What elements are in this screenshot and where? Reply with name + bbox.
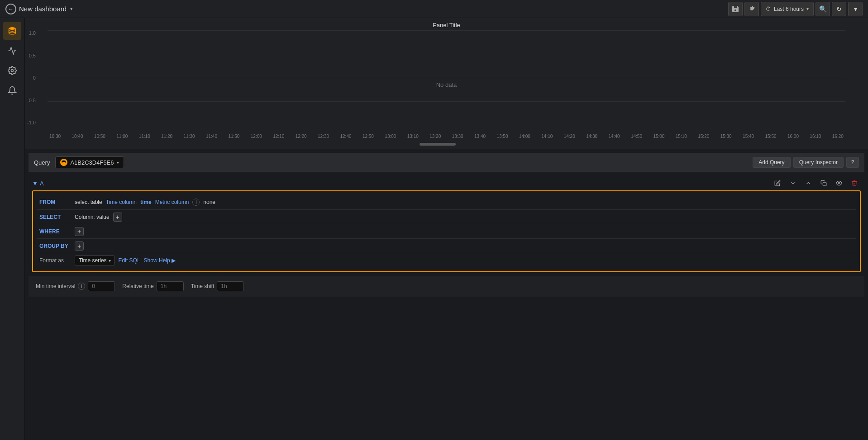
toggle-visibility-button[interactable] [833, 178, 845, 189]
format-value: Time series [79, 257, 107, 264]
grid-lines [48, 30, 845, 125]
min-time-interval-label: Min time interval [36, 283, 75, 289]
group-by-keyword: GROUP BY [39, 243, 71, 249]
time-shift-label: Time shift [191, 283, 215, 289]
select-add-button[interactable]: + [113, 213, 122, 222]
show-help-link[interactable]: Show Help ▶ [144, 257, 176, 264]
svg-point-4 [838, 182, 840, 184]
dashboard-dropdown-arrow[interactable]: ▾ [70, 6, 73, 12]
table-placeholder[interactable]: select table [75, 199, 102, 205]
min-time-interval-input[interactable] [88, 281, 115, 291]
select-keyword: SELECT [39, 214, 71, 220]
y-axis: 1.0 0.5 0 -0.5 -1.0 [27, 30, 36, 125]
query-help-button[interactable]: ? [846, 157, 859, 168]
sql-builder: FROM select table Time column time Metri… [32, 190, 861, 272]
add-query-button[interactable]: Add Query [753, 157, 790, 168]
time-range-label: Last 6 hours [774, 6, 804, 12]
format-dropdown-arrow: ▾ [109, 258, 111, 263]
time-range-picker[interactable]: ⏱ Last 6 hours ▾ [761, 2, 814, 16]
grid-line [48, 125, 845, 125]
grid-line [48, 101, 845, 102]
svg-point-1 [11, 70, 14, 72]
edit-query-button[interactable] [771, 178, 784, 189]
group-by-add-button[interactable]: + [75, 241, 84, 251]
grid-line [48, 78, 845, 78]
edit-sql-link[interactable]: Edit SQL [119, 257, 140, 264]
time-shift-group: Time shift [191, 281, 244, 291]
datasource-icon [60, 159, 67, 166]
panel-title: Panel Title [25, 18, 868, 30]
delete-query-button[interactable] [848, 178, 861, 189]
where-add-button[interactable]: + [75, 227, 84, 236]
format-row: Format as Time series ▾ Edit SQL Show He… [37, 253, 856, 268]
metric-column-label: Metric column [155, 199, 189, 205]
relative-time-label: Relative time [122, 283, 153, 289]
chart-area: Panel Title 1.0 0.5 0 -0.5 -1.0 [25, 18, 868, 149]
query-section: Query A1B2C3D4F5E6 ▾ Add Query Query Ins… [29, 153, 864, 172]
sidebar-item-chart[interactable] [3, 42, 21, 60]
select-row: SELECT Column: value + [37, 209, 856, 224]
time-column-value[interactable]: time [140, 199, 152, 205]
from-row: FROM select table Time column time Metri… [37, 195, 856, 209]
time-column-label: Time column [106, 199, 137, 205]
sidebar-item-database[interactable] [3, 22, 21, 40]
sidebar-item-settings[interactable] [3, 62, 21, 80]
datasource-dropdown-arrow: ▾ [117, 160, 119, 165]
relative-time-group: Relative time [122, 281, 183, 291]
datasource-selector[interactable]: A1B2C3D4F5E6 ▾ [55, 156, 124, 168]
where-row: WHERE + [37, 224, 856, 238]
grid-line [48, 54, 845, 54]
options-row: Min time interval i Relative time Time s… [29, 276, 864, 297]
query-block-id: A [40, 180, 44, 187]
y-label-2: 0.5 [29, 53, 36, 58]
duplicate-button[interactable] [817, 178, 830, 189]
refresh-button[interactable]: ↻ [832, 2, 846, 16]
query-block-actions [771, 178, 861, 189]
query-inspector-button[interactable]: Query Inspector [793, 157, 844, 168]
y-label-5: -1.0 [27, 120, 36, 125]
no-data-label: No data [436, 81, 457, 88]
x-axis: 10:30 10:40 10:50 11:00 11:10 11:20 11:3… [48, 134, 845, 139]
query-block-a: ▼ A [29, 176, 864, 272]
top-nav: ← New dashboard ▾ ⏱ Last 6 hours ▾ 🔍 ↻ ▾ [0, 0, 868, 18]
content-area: Panel Title 1.0 0.5 0 -0.5 -1.0 [25, 18, 868, 440]
svg-point-0 [9, 27, 16, 30]
metric-column-value[interactable]: none [203, 199, 215, 205]
save-button[interactable] [728, 2, 743, 16]
metric-info-icon[interactable]: i [192, 199, 200, 206]
select-value[interactable]: Column: value [75, 214, 110, 220]
format-dropdown[interactable]: Time series ▾ [75, 255, 115, 265]
move-down-button[interactable] [787, 178, 799, 189]
from-keyword: FROM [39, 199, 71, 205]
settings-button[interactable] [744, 2, 759, 16]
min-time-interval-group: Min time interval i [36, 281, 115, 291]
query-header: Query A1B2C3D4F5E6 ▾ Add Query Query Ins… [29, 153, 864, 172]
more-button[interactable]: ▾ [848, 2, 863, 16]
search-button[interactable]: 🔍 [816, 2, 830, 16]
time-range-arrow: ▾ [806, 6, 809, 11]
query-label: Query [34, 159, 50, 166]
datasource-name: A1B2C3D4F5E6 [70, 159, 114, 166]
query-block-header: ▼ A [29, 176, 864, 190]
move-up-button[interactable] [802, 178, 815, 189]
scroll-indicator[interactable] [420, 143, 456, 146]
main-layout: Panel Title 1.0 0.5 0 -0.5 -1.0 [0, 18, 868, 440]
y-label-1: 1.0 [29, 30, 36, 36]
svg-rect-3 [823, 182, 826, 186]
min-time-interval-info-icon[interactable]: i [78, 283, 85, 290]
sidebar [0, 18, 25, 440]
query-actions: Add Query Query Inspector ? [753, 157, 859, 168]
format-label: Format as [39, 257, 71, 264]
back-button[interactable]: ← New dashboard ▾ [5, 4, 73, 14]
nav-right: ⏱ Last 6 hours ▾ 🔍 ↻ ▾ [728, 2, 863, 16]
where-keyword: WHERE [39, 228, 71, 235]
y-label-3: 0 [33, 75, 36, 80]
grid-line [48, 30, 845, 31]
chart-canvas: 1.0 0.5 0 -0.5 -1.0 No data [48, 30, 845, 139]
group-by-row: GROUP BY + [37, 238, 856, 253]
time-shift-input[interactable] [217, 281, 244, 291]
dashboard-title: New dashboard [19, 5, 67, 13]
collapse-arrow-icon[interactable]: ▼ [32, 180, 38, 187]
relative-time-input[interactable] [157, 281, 184, 291]
sidebar-item-alerts[interactable] [3, 81, 21, 99]
